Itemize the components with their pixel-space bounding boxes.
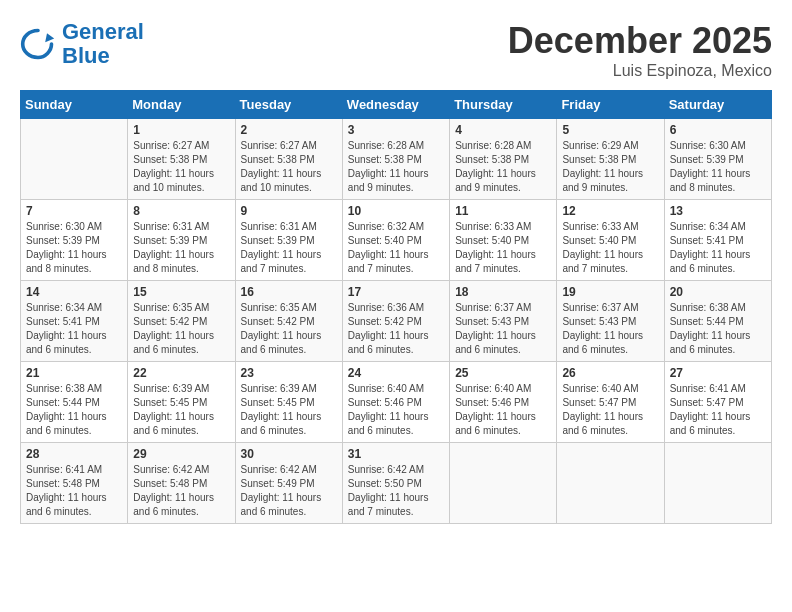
calendar-cell: 24Sunrise: 6:40 AMSunset: 5:46 PMDayligh… [342, 362, 449, 443]
calendar-cell [557, 443, 664, 524]
calendar-cell: 29Sunrise: 6:42 AMSunset: 5:48 PMDayligh… [128, 443, 235, 524]
column-header-thursday: Thursday [450, 91, 557, 119]
column-header-friday: Friday [557, 91, 664, 119]
column-header-tuesday: Tuesday [235, 91, 342, 119]
calendar-cell: 9Sunrise: 6:31 AMSunset: 5:39 PMDaylight… [235, 200, 342, 281]
day-number: 27 [670, 366, 766, 380]
cell-info: Sunrise: 6:35 AMSunset: 5:42 PMDaylight:… [133, 301, 229, 357]
header-row: SundayMondayTuesdayWednesdayThursdayFrid… [21, 91, 772, 119]
cell-info: Sunrise: 6:33 AMSunset: 5:40 PMDaylight:… [455, 220, 551, 276]
calendar-cell: 4Sunrise: 6:28 AMSunset: 5:38 PMDaylight… [450, 119, 557, 200]
calendar-cell: 13Sunrise: 6:34 AMSunset: 5:41 PMDayligh… [664, 200, 771, 281]
calendar-cell: 10Sunrise: 6:32 AMSunset: 5:40 PMDayligh… [342, 200, 449, 281]
cell-info: Sunrise: 6:36 AMSunset: 5:42 PMDaylight:… [348, 301, 444, 357]
day-number: 26 [562, 366, 658, 380]
cell-info: Sunrise: 6:41 AMSunset: 5:48 PMDaylight:… [26, 463, 122, 519]
day-number: 29 [133, 447, 229, 461]
calendar-cell: 1Sunrise: 6:27 AMSunset: 5:38 PMDaylight… [128, 119, 235, 200]
calendar-cell: 6Sunrise: 6:30 AMSunset: 5:39 PMDaylight… [664, 119, 771, 200]
calendar-cell: 25Sunrise: 6:40 AMSunset: 5:46 PMDayligh… [450, 362, 557, 443]
cell-info: Sunrise: 6:34 AMSunset: 5:41 PMDaylight:… [26, 301, 122, 357]
week-row-4: 21Sunrise: 6:38 AMSunset: 5:44 PMDayligh… [21, 362, 772, 443]
calendar-cell: 7Sunrise: 6:30 AMSunset: 5:39 PMDaylight… [21, 200, 128, 281]
day-number: 28 [26, 447, 122, 461]
cell-info: Sunrise: 6:35 AMSunset: 5:42 PMDaylight:… [241, 301, 337, 357]
cell-info: Sunrise: 6:42 AMSunset: 5:49 PMDaylight:… [241, 463, 337, 519]
cell-info: Sunrise: 6:39 AMSunset: 5:45 PMDaylight:… [241, 382, 337, 438]
calendar-cell: 27Sunrise: 6:41 AMSunset: 5:47 PMDayligh… [664, 362, 771, 443]
logo: GeneralBlue [20, 20, 144, 68]
header: GeneralBlue December 2025 Luis Espinoza,… [20, 20, 772, 80]
calendar-cell: 21Sunrise: 6:38 AMSunset: 5:44 PMDayligh… [21, 362, 128, 443]
calendar-cell: 18Sunrise: 6:37 AMSunset: 5:43 PMDayligh… [450, 281, 557, 362]
day-number: 30 [241, 447, 337, 461]
calendar-cell [21, 119, 128, 200]
page-subtitle: Luis Espinoza, Mexico [508, 62, 772, 80]
calendar-cell: 17Sunrise: 6:36 AMSunset: 5:42 PMDayligh… [342, 281, 449, 362]
calendar-cell [664, 443, 771, 524]
calendar-cell: 28Sunrise: 6:41 AMSunset: 5:48 PMDayligh… [21, 443, 128, 524]
day-number: 15 [133, 285, 229, 299]
day-number: 25 [455, 366, 551, 380]
calendar-cell: 22Sunrise: 6:39 AMSunset: 5:45 PMDayligh… [128, 362, 235, 443]
cell-info: Sunrise: 6:27 AMSunset: 5:38 PMDaylight:… [133, 139, 229, 195]
calendar-cell: 19Sunrise: 6:37 AMSunset: 5:43 PMDayligh… [557, 281, 664, 362]
calendar-cell: 3Sunrise: 6:28 AMSunset: 5:38 PMDaylight… [342, 119, 449, 200]
day-number: 6 [670, 123, 766, 137]
day-number: 2 [241, 123, 337, 137]
day-number: 3 [348, 123, 444, 137]
day-number: 10 [348, 204, 444, 218]
cell-info: Sunrise: 6:30 AMSunset: 5:39 PMDaylight:… [26, 220, 122, 276]
logo-text: GeneralBlue [62, 20, 144, 68]
calendar-cell [450, 443, 557, 524]
cell-info: Sunrise: 6:33 AMSunset: 5:40 PMDaylight:… [562, 220, 658, 276]
cell-info: Sunrise: 6:32 AMSunset: 5:40 PMDaylight:… [348, 220, 444, 276]
page-title: December 2025 [508, 20, 772, 62]
cell-info: Sunrise: 6:28 AMSunset: 5:38 PMDaylight:… [348, 139, 444, 195]
calendar-cell: 11Sunrise: 6:33 AMSunset: 5:40 PMDayligh… [450, 200, 557, 281]
day-number: 20 [670, 285, 766, 299]
cell-info: Sunrise: 6:38 AMSunset: 5:44 PMDaylight:… [670, 301, 766, 357]
calendar-cell: 8Sunrise: 6:31 AMSunset: 5:39 PMDaylight… [128, 200, 235, 281]
cell-info: Sunrise: 6:40 AMSunset: 5:47 PMDaylight:… [562, 382, 658, 438]
cell-info: Sunrise: 6:42 AMSunset: 5:48 PMDaylight:… [133, 463, 229, 519]
cell-info: Sunrise: 6:30 AMSunset: 5:39 PMDaylight:… [670, 139, 766, 195]
calendar-body: 1Sunrise: 6:27 AMSunset: 5:38 PMDaylight… [21, 119, 772, 524]
day-number: 17 [348, 285, 444, 299]
cell-info: Sunrise: 6:37 AMSunset: 5:43 PMDaylight:… [562, 301, 658, 357]
day-number: 14 [26, 285, 122, 299]
day-number: 8 [133, 204, 229, 218]
day-number: 4 [455, 123, 551, 137]
cell-info: Sunrise: 6:40 AMSunset: 5:46 PMDaylight:… [348, 382, 444, 438]
cell-info: Sunrise: 6:39 AMSunset: 5:45 PMDaylight:… [133, 382, 229, 438]
day-number: 1 [133, 123, 229, 137]
column-header-wednesday: Wednesday [342, 91, 449, 119]
cell-info: Sunrise: 6:38 AMSunset: 5:44 PMDaylight:… [26, 382, 122, 438]
calendar-table: SundayMondayTuesdayWednesdayThursdayFrid… [20, 90, 772, 524]
day-number: 7 [26, 204, 122, 218]
day-number: 12 [562, 204, 658, 218]
day-number: 5 [562, 123, 658, 137]
day-number: 13 [670, 204, 766, 218]
day-number: 22 [133, 366, 229, 380]
column-header-monday: Monday [128, 91, 235, 119]
calendar-cell: 15Sunrise: 6:35 AMSunset: 5:42 PMDayligh… [128, 281, 235, 362]
cell-info: Sunrise: 6:28 AMSunset: 5:38 PMDaylight:… [455, 139, 551, 195]
day-number: 11 [455, 204, 551, 218]
day-number: 31 [348, 447, 444, 461]
calendar-cell: 20Sunrise: 6:38 AMSunset: 5:44 PMDayligh… [664, 281, 771, 362]
cell-info: Sunrise: 6:27 AMSunset: 5:38 PMDaylight:… [241, 139, 337, 195]
logo-icon [20, 26, 56, 62]
column-header-saturday: Saturday [664, 91, 771, 119]
cell-info: Sunrise: 6:31 AMSunset: 5:39 PMDaylight:… [241, 220, 337, 276]
title-area: December 2025 Luis Espinoza, Mexico [508, 20, 772, 80]
calendar-cell: 26Sunrise: 6:40 AMSunset: 5:47 PMDayligh… [557, 362, 664, 443]
week-row-3: 14Sunrise: 6:34 AMSunset: 5:41 PMDayligh… [21, 281, 772, 362]
cell-info: Sunrise: 6:34 AMSunset: 5:41 PMDaylight:… [670, 220, 766, 276]
day-number: 24 [348, 366, 444, 380]
day-number: 19 [562, 285, 658, 299]
week-row-1: 1Sunrise: 6:27 AMSunset: 5:38 PMDaylight… [21, 119, 772, 200]
cell-info: Sunrise: 6:37 AMSunset: 5:43 PMDaylight:… [455, 301, 551, 357]
column-header-sunday: Sunday [21, 91, 128, 119]
calendar-cell: 23Sunrise: 6:39 AMSunset: 5:45 PMDayligh… [235, 362, 342, 443]
